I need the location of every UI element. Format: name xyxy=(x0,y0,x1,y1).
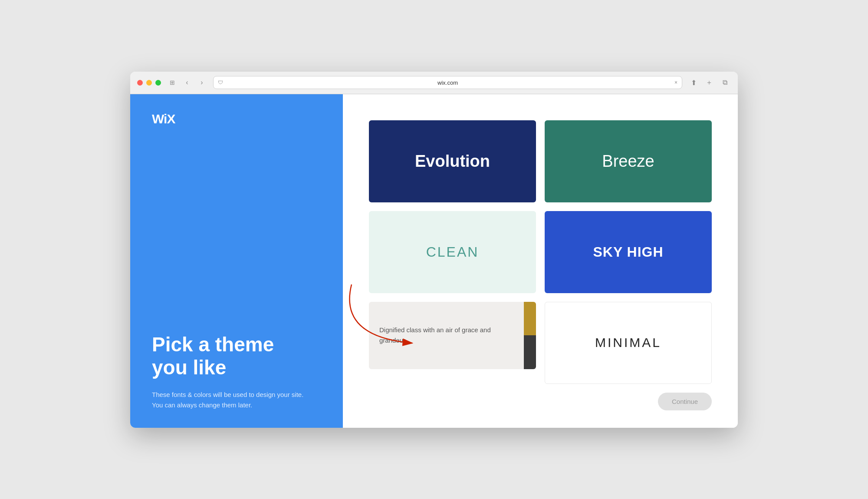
browser-window: ⊞ ‹ › 🛡 wix.com × ⬆ ＋ ⧉ WiX Pick a the xyxy=(130,72,738,428)
theme-label-clean: CLEAN xyxy=(426,244,479,260)
browser-chrome: ⊞ ‹ › 🛡 wix.com × ⬆ ＋ ⧉ xyxy=(130,72,738,94)
logo-text: WiX xyxy=(152,112,175,126)
theme-card-clean[interactable]: CLEAN xyxy=(369,211,536,293)
browser-actions: ⬆ ＋ ⧉ xyxy=(687,76,731,89)
theme-label-minimal: MINIMAL xyxy=(595,335,661,350)
back-button[interactable]: ‹ xyxy=(181,76,193,89)
tab-switcher-icon[interactable]: ⊞ xyxy=(166,76,178,89)
grandeur-description: Dignified class with an air of grace and… xyxy=(379,325,513,346)
maximize-button[interactable] xyxy=(155,80,161,86)
left-panel: WiX Pick a theme you like These fonts & … xyxy=(130,94,343,428)
address-bar[interactable]: 🛡 wix.com × xyxy=(213,76,682,89)
swatch-dark xyxy=(524,335,536,369)
tab-bar: 🛡 wix.com × xyxy=(213,76,682,89)
themes-grid: Evolution Breeze CLEAN SKY HIGH xyxy=(369,120,712,384)
share-icon[interactable]: ⬆ xyxy=(687,76,700,89)
split-view-icon[interactable]: ⧉ xyxy=(719,76,731,89)
theme-card-minimal[interactable]: MINIMAL xyxy=(545,302,712,384)
theme-card-evolution[interactable]: Evolution xyxy=(369,120,536,202)
url-text: wix.com xyxy=(437,79,458,86)
grandeur-text-area: Dignified class with an air of grace and… xyxy=(369,302,524,369)
theme-label-breeze: Breeze xyxy=(602,152,654,171)
shield-icon: 🛡 xyxy=(218,79,223,86)
continue-button[interactable]: Continue xyxy=(658,393,712,410)
minimize-button[interactable] xyxy=(146,80,152,86)
forward-button[interactable]: › xyxy=(196,76,208,89)
traffic-lights xyxy=(137,80,161,86)
new-tab-icon[interactable]: ＋ xyxy=(703,76,715,89)
page-heading: Pick a theme you like xyxy=(152,333,321,379)
app-body: WiX Pick a theme you like These fonts & … xyxy=(130,94,738,428)
wix-logo: WiX xyxy=(152,112,321,126)
bottom-bar: Continue xyxy=(369,393,712,410)
theme-label-evolution: Evolution xyxy=(415,152,490,171)
grandeur-swatches xyxy=(524,302,536,369)
theme-card-skyhigh[interactable]: SKY HIGH xyxy=(545,211,712,293)
theme-card-grandeur[interactable]: Dignified class with an air of grace and… xyxy=(369,302,536,369)
swatch-gold xyxy=(524,302,536,336)
grandeur-content: Dignified class with an air of grace and… xyxy=(369,302,536,369)
left-content: Pick a theme you like These fonts & colo… xyxy=(152,333,321,410)
grandeur-wrapper: Dignified class with an air of grace and… xyxy=(369,302,536,384)
right-panel: Evolution Breeze CLEAN SKY HIGH xyxy=(343,94,738,428)
page-subtext: These fonts & colors will be used to des… xyxy=(152,390,321,410)
tab-close-icon[interactable]: × xyxy=(674,79,677,86)
theme-label-skyhigh: SKY HIGH xyxy=(593,244,663,260)
theme-card-breeze[interactable]: Breeze xyxy=(545,120,712,202)
close-button[interactable] xyxy=(137,80,143,86)
nav-buttons: ⊞ ‹ › xyxy=(166,76,208,89)
